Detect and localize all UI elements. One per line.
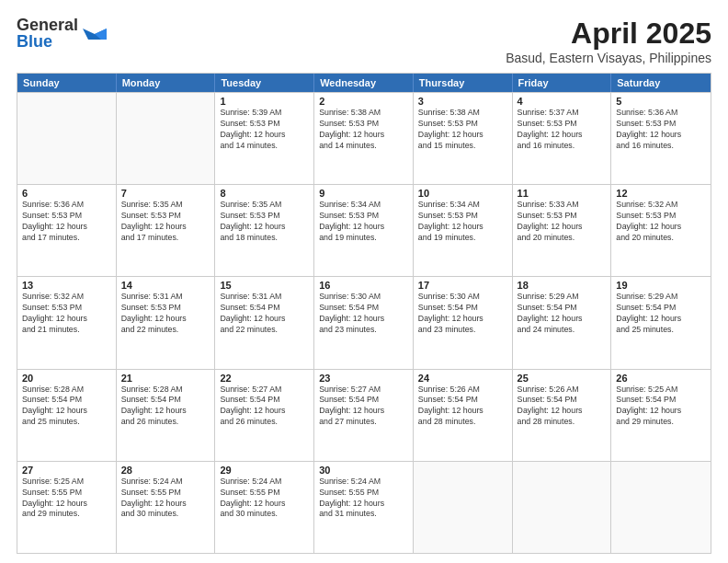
cell-details: Sunrise: 5:27 AM Sunset: 5:54 PM Dayligh…	[220, 385, 309, 429]
logo-general: General	[17, 17, 78, 33]
cell-details: Sunrise: 5:31 AM Sunset: 5:53 PM Dayligh…	[121, 292, 210, 336]
cell-details: Sunrise: 5:32 AM Sunset: 5:53 PM Dayligh…	[22, 292, 111, 336]
cell-details: Sunrise: 5:38 AM Sunset: 5:53 PM Dayligh…	[319, 108, 408, 152]
calendar-cell: 20Sunrise: 5:28 AM Sunset: 5:54 PM Dayli…	[17, 370, 117, 461]
logo: General Blue	[17, 17, 108, 50]
cell-details: Sunrise: 5:33 AM Sunset: 5:53 PM Dayligh…	[518, 200, 607, 244]
calendar-cell-empty	[611, 462, 711, 553]
calendar-cell: 6Sunrise: 5:36 AM Sunset: 5:53 PM Daylig…	[17, 185, 117, 276]
cell-details: Sunrise: 5:24 AM Sunset: 5:55 PM Dayligh…	[319, 477, 408, 521]
cell-details: Sunrise: 5:38 AM Sunset: 5:53 PM Dayligh…	[418, 108, 507, 152]
calendar-cell: 2Sunrise: 5:38 AM Sunset: 5:53 PM Daylig…	[314, 93, 414, 184]
logo-icon	[81, 19, 108, 47]
cell-details: Sunrise: 5:27 AM Sunset: 5:54 PM Dayligh…	[319, 385, 408, 429]
cell-details: Sunrise: 5:25 AM Sunset: 5:54 PM Dayligh…	[616, 385, 706, 429]
calendar-cell: 12Sunrise: 5:32 AM Sunset: 5:53 PM Dayli…	[611, 185, 711, 276]
cell-details: Sunrise: 5:30 AM Sunset: 5:54 PM Dayligh…	[418, 292, 507, 336]
calendar-cell-empty	[17, 93, 117, 184]
day-number: 2	[319, 96, 408, 107]
calendar-body: 1Sunrise: 5:39 AM Sunset: 5:53 PM Daylig…	[17, 92, 711, 553]
calendar-cell: 10Sunrise: 5:34 AM Sunset: 5:53 PM Dayli…	[414, 185, 513, 276]
day-number: 26	[616, 373, 706, 384]
day-number: 21	[121, 373, 210, 384]
day-number: 7	[121, 188, 210, 199]
cell-details: Sunrise: 5:32 AM Sunset: 5:53 PM Dayligh…	[616, 200, 706, 244]
calendar-cell: 14Sunrise: 5:31 AM Sunset: 5:53 PM Dayli…	[117, 277, 216, 368]
cell-details: Sunrise: 5:30 AM Sunset: 5:54 PM Dayligh…	[319, 292, 408, 336]
calendar-cell: 19Sunrise: 5:29 AM Sunset: 5:54 PM Dayli…	[611, 277, 711, 368]
calendar-header-cell: Wednesday	[314, 74, 414, 92]
calendar-cell-empty	[117, 93, 216, 184]
calendar-cell: 4Sunrise: 5:37 AM Sunset: 5:53 PM Daylig…	[513, 93, 612, 184]
calendar-cell: 22Sunrise: 5:27 AM Sunset: 5:54 PM Dayli…	[215, 370, 314, 461]
day-number: 8	[220, 188, 309, 199]
day-number: 17	[418, 280, 507, 291]
calendar-cell: 8Sunrise: 5:35 AM Sunset: 5:53 PM Daylig…	[215, 185, 314, 276]
logo-text: General Blue	[17, 17, 78, 50]
day-number: 24	[418, 373, 507, 384]
cell-details: Sunrise: 5:29 AM Sunset: 5:54 PM Dayligh…	[518, 292, 607, 336]
day-number: 28	[121, 465, 210, 476]
calendar-row: 20Sunrise: 5:28 AM Sunset: 5:54 PM Dayli…	[17, 369, 711, 461]
calendar-cell: 16Sunrise: 5:30 AM Sunset: 5:54 PM Dayli…	[314, 277, 414, 368]
calendar-cell: 27Sunrise: 5:25 AM Sunset: 5:55 PM Dayli…	[17, 462, 117, 553]
calendar-cell: 3Sunrise: 5:38 AM Sunset: 5:53 PM Daylig…	[414, 93, 513, 184]
cell-details: Sunrise: 5:39 AM Sunset: 5:53 PM Dayligh…	[220, 108, 309, 152]
calendar-cell: 21Sunrise: 5:28 AM Sunset: 5:54 PM Dayli…	[117, 370, 216, 461]
calendar-cell: 23Sunrise: 5:27 AM Sunset: 5:54 PM Dayli…	[314, 370, 414, 461]
cell-details: Sunrise: 5:28 AM Sunset: 5:54 PM Dayligh…	[22, 385, 111, 429]
day-number: 20	[22, 373, 111, 384]
cell-details: Sunrise: 5:37 AM Sunset: 5:53 PM Dayligh…	[518, 108, 607, 152]
day-number: 4	[518, 96, 607, 107]
calendar-row: 27Sunrise: 5:25 AM Sunset: 5:55 PM Dayli…	[17, 461, 711, 553]
calendar-header-cell: Monday	[117, 74, 216, 92]
day-number: 30	[319, 465, 408, 476]
calendar-cell: 13Sunrise: 5:32 AM Sunset: 5:53 PM Dayli…	[17, 277, 117, 368]
calendar-cell-empty	[513, 462, 612, 553]
cell-details: Sunrise: 5:36 AM Sunset: 5:53 PM Dayligh…	[616, 108, 706, 152]
calendar-cell: 29Sunrise: 5:24 AM Sunset: 5:55 PM Dayli…	[215, 462, 314, 553]
cell-details: Sunrise: 5:24 AM Sunset: 5:55 PM Dayligh…	[220, 477, 309, 521]
logo-blue: Blue	[17, 33, 78, 50]
day-number: 10	[418, 188, 507, 199]
day-number: 16	[319, 280, 408, 291]
cell-details: Sunrise: 5:35 AM Sunset: 5:53 PM Dayligh…	[220, 200, 309, 244]
calendar-cell: 11Sunrise: 5:33 AM Sunset: 5:53 PM Dayli…	[513, 185, 612, 276]
calendar-row: 1Sunrise: 5:39 AM Sunset: 5:53 PM Daylig…	[17, 92, 711, 184]
calendar-cell: 5Sunrise: 5:36 AM Sunset: 5:53 PM Daylig…	[611, 93, 711, 184]
day-number: 13	[22, 280, 111, 291]
day-number: 12	[616, 188, 706, 199]
calendar-header-cell: Thursday	[414, 74, 513, 92]
cell-details: Sunrise: 5:28 AM Sunset: 5:54 PM Dayligh…	[121, 385, 210, 429]
calendar-cell: 30Sunrise: 5:24 AM Sunset: 5:55 PM Dayli…	[314, 462, 414, 553]
calendar-cell: 25Sunrise: 5:26 AM Sunset: 5:54 PM Dayli…	[513, 370, 612, 461]
day-number: 9	[319, 188, 408, 199]
cell-details: Sunrise: 5:34 AM Sunset: 5:53 PM Dayligh…	[418, 200, 507, 244]
calendar-cell-empty	[414, 462, 513, 553]
day-number: 25	[518, 373, 607, 384]
cell-details: Sunrise: 5:35 AM Sunset: 5:53 PM Dayligh…	[121, 200, 210, 244]
calendar-cell: 24Sunrise: 5:26 AM Sunset: 5:54 PM Dayli…	[414, 370, 513, 461]
cell-details: Sunrise: 5:31 AM Sunset: 5:54 PM Dayligh…	[220, 292, 309, 336]
calendar-header-cell: Saturday	[611, 74, 711, 92]
day-number: 22	[220, 373, 309, 384]
calendar-cell: 17Sunrise: 5:30 AM Sunset: 5:54 PM Dayli…	[414, 277, 513, 368]
calendar-header-cell: Friday	[513, 74, 612, 92]
calendar-row: 13Sunrise: 5:32 AM Sunset: 5:53 PM Dayli…	[17, 276, 711, 368]
cell-details: Sunrise: 5:24 AM Sunset: 5:55 PM Dayligh…	[121, 477, 210, 521]
calendar-cell: 28Sunrise: 5:24 AM Sunset: 5:55 PM Dayli…	[117, 462, 216, 553]
cell-details: Sunrise: 5:29 AM Sunset: 5:54 PM Dayligh…	[616, 292, 706, 336]
calendar-header-cell: Sunday	[17, 74, 117, 92]
subtitle: Basud, Eastern Visayas, Philippines	[506, 51, 711, 65]
day-number: 15	[220, 280, 309, 291]
main-title: April 2025	[506, 17, 711, 51]
cell-details: Sunrise: 5:34 AM Sunset: 5:53 PM Dayligh…	[319, 200, 408, 244]
calendar-cell: 9Sunrise: 5:34 AM Sunset: 5:53 PM Daylig…	[314, 185, 414, 276]
day-number: 23	[319, 373, 408, 384]
calendar-cell: 7Sunrise: 5:35 AM Sunset: 5:53 PM Daylig…	[117, 185, 216, 276]
day-number: 6	[22, 188, 111, 199]
calendar-row: 6Sunrise: 5:36 AM Sunset: 5:53 PM Daylig…	[17, 184, 711, 276]
cell-details: Sunrise: 5:26 AM Sunset: 5:54 PM Dayligh…	[418, 385, 507, 429]
day-number: 1	[220, 96, 309, 107]
calendar-cell: 1Sunrise: 5:39 AM Sunset: 5:53 PM Daylig…	[215, 93, 314, 184]
